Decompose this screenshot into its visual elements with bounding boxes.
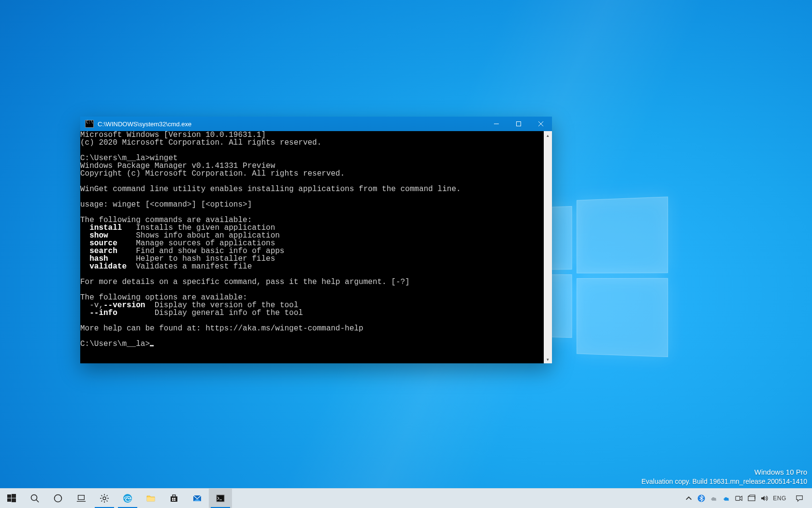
cloud-icon <box>723 494 730 502</box>
svg-point-8 <box>103 497 106 500</box>
svg-rect-19 <box>736 496 740 501</box>
cmd-line: search Find and show basic info of apps <box>80 247 544 255</box>
svg-point-6 <box>55 495 62 502</box>
taskbar-app-mail[interactable] <box>186 489 209 508</box>
cmd-line <box>80 147 544 154</box>
tray-language-label: ENG <box>773 495 786 502</box>
cmd-line: C:\Users\m__la>winget <box>80 154 544 162</box>
svg-rect-2 <box>12 494 16 498</box>
cloud-icon <box>710 494 718 502</box>
cmd-line: validate Validates a manifest file <box>80 263 544 270</box>
cortana-icon <box>53 493 63 503</box>
store-icon <box>169 493 179 503</box>
taskbar-app-file-explorer[interactable] <box>139 489 162 508</box>
taskbar-app-settings[interactable] <box>93 489 116 508</box>
cmd-line <box>80 286 544 294</box>
cmd-line: install Installs the given application <box>80 224 544 232</box>
cmd-line: hash Helper to hash installer files <box>80 255 544 263</box>
cmd-line: source Manage sources of applications <box>80 239 544 247</box>
keyboard-layout-icon <box>748 494 755 502</box>
tray-meet-now[interactable] <box>733 489 745 508</box>
cmd-cursor <box>150 345 154 346</box>
close-button[interactable] <box>530 117 552 131</box>
windows-start-icon <box>7 493 16 503</box>
tray-overflow-button[interactable] <box>682 489 695 508</box>
svg-rect-1 <box>7 494 11 498</box>
taskbar: ENG <box>0 488 812 508</box>
watermark-line-1: Windows 10 Pro <box>641 467 807 477</box>
svg-rect-12 <box>172 498 174 499</box>
desktop-wallpaper: Windows 10 Pro Evaluation copy. Build 19… <box>0 0 812 489</box>
cmd-line <box>80 209 544 216</box>
tray-onedrive-1[interactable] <box>708 489 720 508</box>
cmd-line <box>80 178 544 185</box>
camera-icon <box>735 494 743 502</box>
svg-rect-14 <box>172 500 174 501</box>
cmd-scrollbar[interactable]: ▴ ▾ <box>544 131 552 363</box>
scrollbar-arrow-down-icon[interactable]: ▾ <box>544 355 552 363</box>
cmd-app-icon <box>85 120 94 128</box>
svg-rect-15 <box>174 500 175 501</box>
cmd-title-text: C:\WINDOWS\system32\cmd.exe <box>98 120 485 128</box>
svg-rect-10 <box>147 497 155 501</box>
scrollbar-arrow-up-icon[interactable]: ▴ <box>544 131 552 139</box>
cmd-line: Windows Package Manager v0.1.41331 Previ… <box>80 162 544 170</box>
taskbar-spacer <box>232 489 681 508</box>
cmd-line: For more details on a specific command, … <box>80 278 544 286</box>
task-view-button[interactable] <box>70 489 93 508</box>
window-controls <box>485 117 552 131</box>
start-button[interactable] <box>0 489 23 508</box>
cmd-titlebar[interactable]: C:\WINDOWS\system32\cmd.exe <box>80 117 552 131</box>
svg-rect-0 <box>517 122 521 126</box>
cmd-prompt-line: C:\Users\m__la> <box>80 340 544 348</box>
taskbar-app-edge[interactable] <box>116 489 139 508</box>
cortana-button[interactable] <box>46 489 70 508</box>
taskbar-app-cmd[interactable] <box>209 489 232 508</box>
taskbar-app-store[interactable] <box>162 489 186 508</box>
svg-rect-17 <box>217 495 224 502</box>
cmd-line <box>80 332 544 340</box>
cmd-line <box>80 270 544 278</box>
volume-icon <box>760 494 768 502</box>
cmd-line: Microsoft Windows [Version 10.0.19631.1] <box>80 131 544 139</box>
cmd-line: usage: winget [<command>] [<options>] <box>80 201 544 209</box>
folder-icon <box>146 493 156 503</box>
minimize-button[interactable] <box>485 117 508 131</box>
search-icon <box>30 493 40 503</box>
task-view-icon <box>76 493 86 503</box>
tray-input-indicator[interactable] <box>745 489 758 508</box>
tray-volume[interactable] <box>758 489 770 508</box>
cmd-line: The following options are available: <box>80 294 544 301</box>
tray-onedrive-2[interactable] <box>720 489 733 508</box>
system-tray: ENG <box>681 489 812 508</box>
svg-point-5 <box>31 495 37 501</box>
cmd-line: -v,--version Display the version of the … <box>80 301 544 309</box>
watermark-line-2: Evaluation copy. Build 19631.mn_release.… <box>641 477 807 486</box>
svg-rect-20 <box>748 496 755 501</box>
edge-icon <box>123 493 132 503</box>
search-button[interactable] <box>23 489 46 508</box>
svg-rect-13 <box>174 498 175 499</box>
cmd-line: More help can be found at: https://aka.m… <box>80 325 544 332</box>
cmd-line: (c) 2020 Microsoft Corporation. All righ… <box>80 139 544 147</box>
cmd-line: --info Display general info of the tool <box>80 309 544 317</box>
cmd-line: show Shows info about an application <box>80 232 544 239</box>
chevron-up-icon <box>685 494 693 502</box>
svg-rect-4 <box>12 498 16 502</box>
tray-language[interactable]: ENG <box>770 489 789 508</box>
cmd-output-area[interactable]: Microsoft Windows [Version 10.0.19631.1]… <box>80 131 544 363</box>
tray-action-center[interactable] <box>789 489 810 508</box>
cmd-line <box>80 193 544 201</box>
gear-icon <box>100 493 109 503</box>
action-center-icon <box>796 494 803 502</box>
bluetooth-icon <box>697 494 705 502</box>
tray-bluetooth[interactable] <box>695 489 708 508</box>
cmd-line: WinGet command line utility enables inst… <box>80 185 544 193</box>
desktop-watermark: Windows 10 Pro Evaluation copy. Build 19… <box>641 467 807 486</box>
svg-rect-3 <box>7 498 11 502</box>
cmd-line <box>80 317 544 325</box>
svg-rect-7 <box>78 495 85 500</box>
mail-icon <box>192 493 202 503</box>
cmd-window[interactable]: C:\WINDOWS\system32\cmd.exe Microsoft Wi… <box>80 117 552 363</box>
maximize-button[interactable] <box>508 117 530 131</box>
